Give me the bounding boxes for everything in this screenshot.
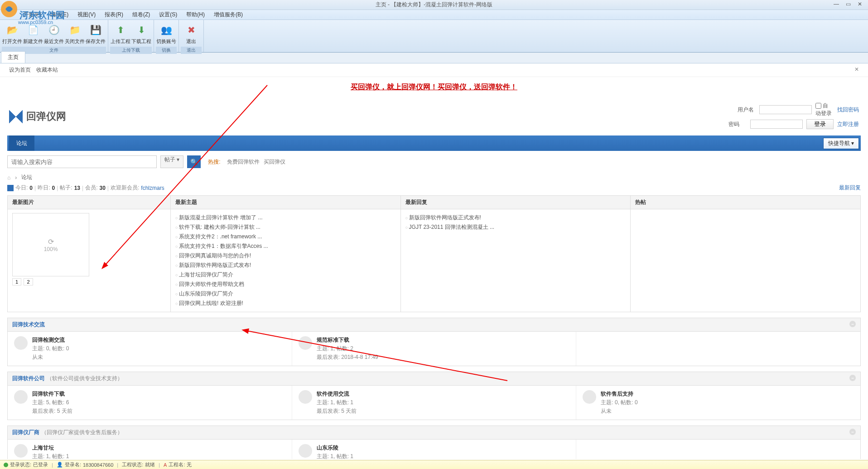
auto-login-label[interactable]: 自动登录 (815, 102, 834, 117)
hot-link-1[interactable]: 免费回弹软件 (227, 159, 260, 165)
menu-value-added[interactable]: 增值服务(B) (209, 11, 247, 19)
topic-link[interactable]: 系统支持文件2：.net framework ... (179, 233, 262, 240)
speech-bubble-icon (14, 336, 28, 350)
forum-cell[interactable]: 上海甘坛主题: 1, 帖数: 1 (8, 440, 292, 459)
forum-title[interactable]: 软件使用交流 (317, 390, 357, 398)
speech-bubble-icon (14, 444, 28, 458)
ribbon-btn-关闭文件[interactable]: 📁关闭文件 (64, 21, 85, 47)
ribbon-btn-打开文件[interactable]: 📂打开文件 (2, 21, 23, 47)
tab-home[interactable]: 主页 (1, 51, 25, 63)
topic-link[interactable]: 回弹大师软件使用帮助文档 (179, 281, 244, 287)
forgot-password-link[interactable]: 找回密码 (837, 106, 859, 114)
forum-cell[interactable] (576, 440, 860, 459)
topic-link[interactable]: 新版混凝土回弹计算软件 增加了 ... (179, 214, 263, 221)
image-page-2[interactable]: 2 (24, 278, 33, 285)
ribbon-group-1: ⬆上传工程⬇下载工程上传下载 (108, 20, 154, 52)
menu-report[interactable]: 报表(R) (100, 11, 128, 19)
forum-cell[interactable]: 软件售后支持主题: 0, 帖数: 0从未 (576, 386, 860, 420)
forum-logo-text: 回弹仪网 (26, 110, 66, 123)
forum-logo[interactable]: 回弹仪网 (9, 110, 66, 123)
quick-nav-button[interactable]: 快捷导航 ▾ (823, 138, 859, 149)
login-area: 用户名 自动登录 找回密码 密码 登录 立即注册 (728, 102, 859, 131)
collapse-icon[interactable]: – (849, 321, 856, 327)
list-item: 回弹仪网真诚期待与您的合作! (175, 251, 396, 261)
close-panel-icon[interactable]: ✕ (854, 66, 859, 74)
close-window-button[interactable]: ✕ (855, 1, 864, 7)
forum-cell[interactable]: 回弹软件下载主题: 5, 帖数: 6最后发表: 5 天前 (8, 386, 292, 420)
topic-link[interactable]: 系统支持文件1：数据库引擎Acces ... (179, 243, 268, 249)
ribbon-btn-下载工程[interactable]: ⬇下载工程 (131, 21, 152, 47)
menu-view[interactable]: 视图(V) (73, 11, 100, 19)
forum-cell[interactable]: 规范标准下载主题: 1, 帖数: 2最后发表: 2018-4-8 17:49 (292, 332, 577, 366)
forum-header: 回弹仪网 用户名 自动登录 找回密码 密码 登录 立即注册 (0, 97, 868, 135)
menu-group[interactable]: 组卷(Z) (128, 11, 154, 19)
menu-help[interactable]: 帮助(H) (182, 11, 209, 19)
image-page-1[interactable]: 1 (12, 278, 21, 285)
set-home-link[interactable]: 设为首页 (9, 66, 31, 74)
breadcrumb-forum[interactable]: 论坛 (21, 174, 32, 181)
ribbon-btn-切换账号[interactable]: 👥切换账号 (156, 21, 177, 47)
ribbon-btn-退出[interactable]: ✖退出 (181, 21, 202, 47)
ribbon-btn-新建文件[interactable]: 📄新建文件 (23, 21, 43, 47)
search-type-select[interactable]: 帖子 ▾ (160, 155, 183, 168)
section-header[interactable]: 回弹仪厂商（回弹仪厂家提供专业售后服务）– (8, 426, 860, 440)
forum-cell[interactable]: 软件使用交流主题: 1, 帖数: 1最后发表: 5 天前 (292, 386, 577, 420)
password-input[interactable] (750, 120, 803, 129)
breadcrumb: ⌂ › 论坛 (7, 174, 861, 181)
section-header[interactable]: 回弹技术交流– (8, 318, 860, 332)
ribbon-icon: 📄 (26, 23, 40, 37)
forum-cell[interactable]: 回弹检测交流主题: 0, 帖数: 0从未 (8, 332, 292, 366)
topic-link[interactable]: 回弹仪网上线啦! 欢迎注册! (179, 300, 243, 306)
speech-bubble-icon (583, 390, 596, 404)
latest-reply-link[interactable]: 最新回复 (839, 184, 861, 192)
username-input[interactable] (759, 105, 812, 114)
nav-forum[interactable]: 论坛 (9, 135, 34, 151)
auto-login-checkbox[interactable] (815, 103, 821, 109)
topic-link[interactable]: 回弹仪网真诚期待与您的合作! (179, 252, 251, 259)
forum-title[interactable]: 规范标准下载 (317, 336, 378, 344)
topic-link[interactable]: 山东乐陵回弹仪厂简介 (179, 290, 233, 297)
collapse-icon[interactable]: – (849, 375, 856, 381)
username-label: 用户名 (738, 106, 756, 114)
stats-bar: 今日: 0 | 昨日: 0 | 帖子: 13 | 会员: 30 | 欢迎新会员:… (7, 184, 861, 192)
forum-title[interactable]: 回弹软件下载 (32, 390, 72, 398)
banner-text[interactable]: 买回弹仪，就上回弹仪网！买回弹仪，送回弹软件！ (351, 83, 517, 91)
minimize-button[interactable]: — (832, 1, 841, 7)
search-input[interactable] (7, 155, 157, 168)
maximize-button[interactable]: ▭ (844, 1, 853, 7)
ribbon-icon: ⬆ (113, 23, 128, 37)
topic-link[interactable]: 新版回弹软件网络版正式发布! (409, 214, 481, 221)
topic-link[interactable]: 上海甘坛回弹仪厂简介 (179, 271, 233, 278)
panel-header-hot: 热帖 (631, 196, 860, 209)
newest-member-link[interactable]: fchlzmars (141, 185, 164, 191)
hot-link-2[interactable]: 买回弹仪 (264, 159, 285, 165)
ribbon-btn-保存文件[interactable]: 💾保存文件 (85, 21, 106, 47)
forum-title[interactable]: 山东乐陵 (317, 444, 353, 452)
forum-title[interactable]: 回弹检测交流 (32, 336, 69, 344)
forum-title[interactable]: 上海甘坛 (32, 444, 69, 452)
favorite-link[interactable]: 收藏本站 (36, 66, 58, 74)
ribbon-group-0: 📂打开文件📄新建文件🕘最近文件📁关闭文件💾保存文件文件 (0, 20, 108, 52)
menu-edit[interactable]: 编辑(E) (46, 11, 73, 19)
speech-bubble-icon (299, 336, 312, 350)
register-link[interactable]: 立即注册 (837, 121, 859, 128)
forum-title[interactable]: 软件售后支持 (601, 390, 637, 398)
ribbon-icon: ⬇ (134, 23, 149, 37)
topic-link[interactable]: 新版回弹软件网络版正式发布! (179, 262, 251, 268)
menu-settings[interactable]: 设置(S) (154, 11, 182, 19)
search-bar: 帖子 ▾ 🔍 热搜: 免费回弹软件 买回弹仪 (7, 155, 861, 168)
forum-cell[interactable] (576, 332, 860, 366)
section-header[interactable]: 回弹软件公司（软件公司提供专业技术支持）– (8, 372, 860, 386)
home-icon[interactable]: ⌂ (7, 174, 10, 181)
menu-start[interactable]: 开始(F) (19, 11, 46, 19)
ribbon-btn-上传工程[interactable]: ⬆上传工程 (110, 21, 131, 47)
login-button[interactable]: 登录 (806, 119, 834, 129)
collapse-icon[interactable]: – (849, 429, 856, 435)
ribbon-icon: ✖ (184, 23, 198, 37)
forum-cell[interactable]: 山东乐陵主题: 1, 帖数: 1 (292, 440, 577, 459)
ribbon-btn-最近文件[interactable]: 🕘最近文件 (43, 21, 64, 47)
topic-link[interactable]: 软件下载: 建检大师-回弹计算软 ... (179, 224, 260, 230)
search-button[interactable]: 🔍 (187, 155, 201, 168)
ribbon-group-3: ✖退出退出 (179, 20, 204, 52)
topic-link[interactable]: JGJT 23-2011 回弹法检测混凝土 ... (409, 224, 495, 230)
